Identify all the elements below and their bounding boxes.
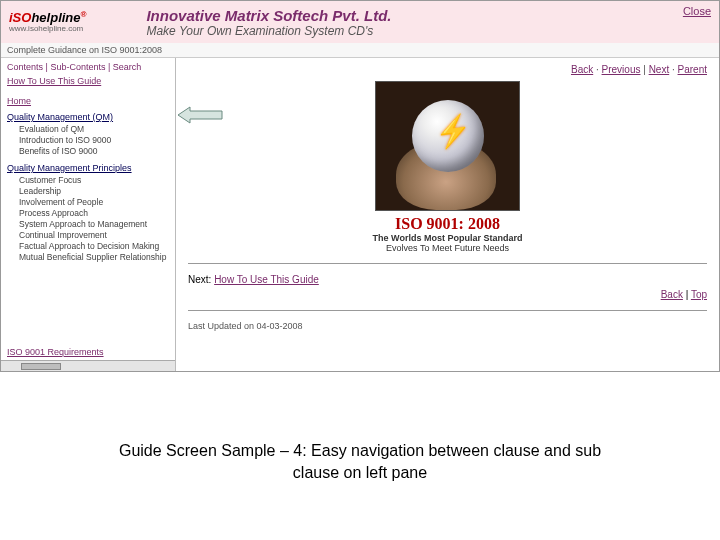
close-link[interactable]: Close: [683, 5, 711, 17]
iso-subtitle-2: Evolves To Meet Future Needs: [188, 243, 707, 253]
callout-arrow-icon: [178, 105, 223, 125]
sidebar-scrollbar[interactable]: [1, 360, 175, 371]
nav-bottom: Back | Top: [188, 289, 707, 300]
lightning-icon: ⚡: [432, 112, 474, 152]
nav-top-bottom[interactable]: Top: [691, 289, 707, 300]
nav-back[interactable]: Back: [571, 64, 593, 75]
app-window: iSOhelpline® www.isohelpline.com Innovat…: [0, 0, 720, 372]
banner: iSOhelpline® www.isohelpline.com Innovat…: [1, 1, 719, 43]
sidebar-howto[interactable]: How To Use This Guide: [7, 76, 169, 86]
sub-header: Complete Guidance on ISO 9001:2008: [1, 43, 719, 58]
list-item[interactable]: Leadership: [19, 186, 169, 197]
sidebar: Contents | Sub-Contents | Search How To …: [1, 58, 176, 371]
list-item[interactable]: Evaluation of QM: [19, 124, 169, 135]
next-label: Next:: [188, 274, 211, 285]
sidebar-list-qm: Evaluation of QM Introduction to ISO 900…: [19, 124, 169, 157]
list-item[interactable]: Customer Focus: [19, 175, 169, 186]
separator: [188, 310, 707, 311]
logo-url: www.isohelpline.com: [9, 25, 86, 33]
svg-marker-0: [178, 107, 222, 123]
iso-title: ISO 9001: 2008: [188, 215, 707, 233]
next-link[interactable]: How To Use This Guide: [214, 274, 319, 285]
next-line: Next: How To Use This Guide: [188, 274, 707, 285]
list-item[interactable]: Introduction to ISO 9000: [19, 135, 169, 146]
list-item[interactable]: Benefits of ISO 9000: [19, 146, 169, 157]
tab-search[interactable]: Search: [113, 62, 142, 72]
separator: [188, 263, 707, 264]
nav-back-bottom[interactable]: Back: [661, 289, 683, 300]
sidebar-list-qmp: Customer Focus Leadership Involvement of…: [19, 175, 169, 263]
sidebar-home[interactable]: Home: [7, 96, 169, 106]
tab-contents[interactable]: Contents: [7, 62, 43, 72]
list-item[interactable]: Process Approach: [19, 208, 169, 219]
nav-previous[interactable]: Previous: [602, 64, 641, 75]
list-item[interactable]: Mutual Beneficial Supplier Relationship: [19, 252, 169, 263]
iso-subtitle-1: The Worlds Most Popular Standard: [188, 233, 707, 243]
figure-caption: Guide Screen Sample – 4: Easy navigation…: [0, 440, 720, 483]
banner-subtitle: Make Your Own Examination System CD's: [146, 24, 391, 38]
banner-title: Innovative Matrix Softech Pvt. Ltd.: [146, 7, 391, 24]
nav-parent[interactable]: Parent: [678, 64, 707, 75]
sidebar-iso9001req[interactable]: ISO 9001 Requirements: [7, 347, 104, 357]
hero-block: ⚡ ISO 9001: 2008 The Worlds Most Popular…: [188, 81, 707, 253]
caption-line-1: Guide Screen Sample – 4: Easy navigation…: [0, 440, 720, 462]
list-item[interactable]: Involvement of People: [19, 197, 169, 208]
tab-subcontents[interactable]: Sub-Contents: [50, 62, 105, 72]
sidebar-tabs: Contents | Sub-Contents | Search: [7, 62, 169, 72]
logo: iSOhelpline® www.isohelpline.com: [9, 11, 86, 32]
nav-next[interactable]: Next: [649, 64, 670, 75]
main-pane: Back · Previous | Next · Parent ⚡ ISO 90…: [176, 58, 719, 371]
hero-image: ⚡: [375, 81, 520, 211]
body: Contents | Sub-Contents | Search How To …: [1, 58, 719, 371]
sidebar-section-qmp[interactable]: Quality Management Principles: [7, 163, 169, 173]
list-item[interactable]: Factual Approach to Decision Making: [19, 241, 169, 252]
banner-titles: Innovative Matrix Softech Pvt. Ltd. Make…: [146, 7, 391, 38]
caption-line-2: clause on left pane: [0, 462, 720, 484]
last-updated: Last Updated on 04-03-2008: [188, 321, 707, 331]
scrollbar-thumb[interactable]: [21, 363, 61, 370]
list-item[interactable]: System Approach to Management: [19, 219, 169, 230]
list-item[interactable]: Continual Improvement: [19, 230, 169, 241]
sidebar-section-qm[interactable]: Quality Management (QM): [7, 112, 169, 122]
nav-top: Back · Previous | Next · Parent: [188, 64, 707, 75]
